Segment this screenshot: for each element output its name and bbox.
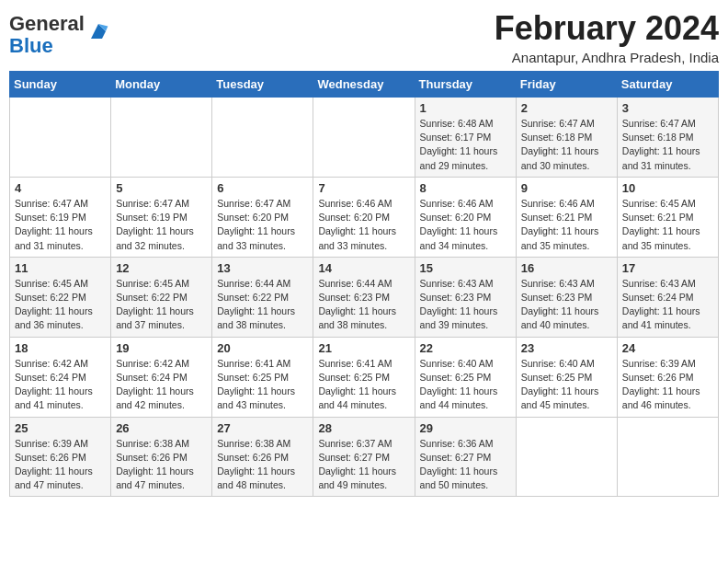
day-info: Sunrise: 6:42 AM Sunset: 6:24 PM Dayligh… [15, 357, 106, 413]
calendar-cell: 25Sunrise: 6:39 AM Sunset: 6:26 PM Dayli… [10, 417, 111, 497]
day-info: Sunrise: 6:39 AM Sunset: 6:26 PM Dayligh… [15, 437, 106, 493]
calendar-cell: 7Sunrise: 6:46 AM Sunset: 6:20 PM Daylig… [313, 177, 415, 257]
calendar-cell: 26Sunrise: 6:38 AM Sunset: 6:26 PM Dayli… [111, 417, 212, 497]
day-number: 6 [217, 181, 308, 195]
calendar-cell: 27Sunrise: 6:38 AM Sunset: 6:26 PM Dayli… [212, 417, 313, 497]
day-info: Sunrise: 6:45 AM Sunset: 6:22 PM Dayligh… [116, 277, 207, 333]
day-number: 1 [420, 101, 511, 115]
calendar-cell: 22Sunrise: 6:40 AM Sunset: 6:25 PM Dayli… [415, 337, 516, 417]
weekday-header-wednesday: Wednesday [313, 72, 415, 98]
calendar-cell [617, 417, 718, 497]
day-info: Sunrise: 6:38 AM Sunset: 6:26 PM Dayligh… [116, 437, 207, 493]
calendar-cell: 11Sunrise: 6:45 AM Sunset: 6:22 PM Dayli… [10, 257, 111, 337]
day-info: Sunrise: 6:47 AM Sunset: 6:18 PM Dayligh… [521, 117, 612, 173]
week-row-4: 18Sunrise: 6:42 AM Sunset: 6:24 PM Dayli… [10, 337, 719, 417]
day-number: 26 [116, 421, 207, 435]
calendar-cell: 4Sunrise: 6:47 AM Sunset: 6:19 PM Daylig… [10, 177, 111, 257]
calendar-cell: 2Sunrise: 6:47 AM Sunset: 6:18 PM Daylig… [516, 98, 617, 178]
day-info: Sunrise: 6:46 AM Sunset: 6:20 PM Dayligh… [420, 197, 511, 253]
calendar-cell: 19Sunrise: 6:42 AM Sunset: 6:24 PM Dayli… [111, 337, 212, 417]
day-info: Sunrise: 6:47 AM Sunset: 6:20 PM Dayligh… [217, 197, 308, 253]
location-title: Anantapur, Andhra Pradesh, India [495, 50, 719, 65]
calendar-cell: 17Sunrise: 6:43 AM Sunset: 6:24 PM Dayli… [617, 257, 718, 337]
day-number: 8 [420, 181, 511, 195]
logo: General Blue [9, 13, 109, 57]
month-title: February 2024 [495, 9, 719, 48]
calendar-cell: 5Sunrise: 6:47 AM Sunset: 6:19 PM Daylig… [111, 177, 212, 257]
calendar-cell [111, 98, 212, 178]
day-number: 12 [116, 261, 207, 275]
day-info: Sunrise: 6:47 AM Sunset: 6:19 PM Dayligh… [116, 197, 207, 253]
day-number: 11 [15, 261, 106, 275]
day-info: Sunrise: 6:46 AM Sunset: 6:20 PM Dayligh… [318, 197, 409, 253]
logo-blue: Blue [9, 34, 53, 57]
day-info: Sunrise: 6:40 AM Sunset: 6:25 PM Dayligh… [521, 357, 612, 413]
calendar-cell: 16Sunrise: 6:43 AM Sunset: 6:23 PM Dayli… [516, 257, 617, 337]
calendar-cell: 29Sunrise: 6:36 AM Sunset: 6:27 PM Dayli… [415, 417, 516, 497]
day-number: 20 [217, 341, 308, 355]
calendar-cell [10, 98, 111, 178]
day-info: Sunrise: 6:47 AM Sunset: 6:18 PM Dayligh… [622, 117, 713, 173]
calendar-cell: 13Sunrise: 6:44 AM Sunset: 6:22 PM Dayli… [212, 257, 313, 337]
weekday-header-tuesday: Tuesday [212, 72, 313, 98]
day-info: Sunrise: 6:37 AM Sunset: 6:27 PM Dayligh… [318, 437, 409, 493]
day-info: Sunrise: 6:47 AM Sunset: 6:19 PM Dayligh… [15, 197, 106, 253]
calendar-cell: 23Sunrise: 6:40 AM Sunset: 6:25 PM Dayli… [516, 337, 617, 417]
calendar-cell: 24Sunrise: 6:39 AM Sunset: 6:26 PM Dayli… [617, 337, 718, 417]
calendar-cell: 14Sunrise: 6:44 AM Sunset: 6:23 PM Dayli… [313, 257, 415, 337]
calendar-cell: 15Sunrise: 6:43 AM Sunset: 6:23 PM Dayli… [415, 257, 516, 337]
day-info: Sunrise: 6:45 AM Sunset: 6:21 PM Dayligh… [622, 197, 713, 253]
day-number: 3 [622, 101, 713, 115]
day-number: 5 [116, 181, 207, 195]
week-row-1: 1Sunrise: 6:48 AM Sunset: 6:17 PM Daylig… [10, 98, 719, 178]
day-number: 15 [420, 261, 511, 275]
day-info: Sunrise: 6:38 AM Sunset: 6:26 PM Dayligh… [217, 437, 308, 493]
weekday-header-monday: Monday [111, 72, 212, 98]
day-info: Sunrise: 6:42 AM Sunset: 6:24 PM Dayligh… [116, 357, 207, 413]
day-info: Sunrise: 6:48 AM Sunset: 6:17 PM Dayligh… [420, 117, 511, 173]
calendar-cell: 28Sunrise: 6:37 AM Sunset: 6:27 PM Dayli… [313, 417, 415, 497]
day-number: 28 [318, 421, 409, 435]
day-number: 9 [521, 181, 612, 195]
day-number: 10 [622, 181, 713, 195]
day-number: 16 [521, 261, 612, 275]
calendar-cell [516, 417, 617, 497]
day-info: Sunrise: 6:39 AM Sunset: 6:26 PM Dayligh… [622, 357, 713, 413]
week-row-5: 25Sunrise: 6:39 AM Sunset: 6:26 PM Dayli… [10, 417, 719, 497]
day-info: Sunrise: 6:40 AM Sunset: 6:25 PM Dayligh… [420, 357, 511, 413]
day-info: Sunrise: 6:45 AM Sunset: 6:22 PM Dayligh… [15, 277, 106, 333]
weekday-header-sunday: Sunday [10, 72, 111, 98]
day-number: 27 [217, 421, 308, 435]
day-info: Sunrise: 6:36 AM Sunset: 6:27 PM Dayligh… [420, 437, 511, 493]
calendar-cell: 18Sunrise: 6:42 AM Sunset: 6:24 PM Dayli… [10, 337, 111, 417]
calendar-table: SundayMondayTuesdayWednesdayThursdayFrid… [9, 71, 719, 497]
logo-icon [87, 20, 109, 42]
weekday-header-friday: Friday [516, 72, 617, 98]
day-number: 22 [420, 341, 511, 355]
calendar-cell: 3Sunrise: 6:47 AM Sunset: 6:18 PM Daylig… [617, 98, 718, 178]
day-number: 24 [622, 341, 713, 355]
day-info: Sunrise: 6:43 AM Sunset: 6:24 PM Dayligh… [622, 277, 713, 333]
calendar-cell: 8Sunrise: 6:46 AM Sunset: 6:20 PM Daylig… [415, 177, 516, 257]
calendar-cell: 12Sunrise: 6:45 AM Sunset: 6:22 PM Dayli… [111, 257, 212, 337]
weekday-header-row: SundayMondayTuesdayWednesdayThursdayFrid… [10, 72, 719, 98]
logo-general: General [9, 12, 85, 35]
weekday-header-saturday: Saturday [617, 72, 718, 98]
day-number: 21 [318, 341, 409, 355]
day-number: 7 [318, 181, 409, 195]
day-number: 25 [15, 421, 106, 435]
day-info: Sunrise: 6:46 AM Sunset: 6:21 PM Dayligh… [521, 197, 612, 253]
day-info: Sunrise: 6:44 AM Sunset: 6:22 PM Dayligh… [217, 277, 308, 333]
logo-text: General Blue [9, 13, 85, 57]
calendar-cell: 10Sunrise: 6:45 AM Sunset: 6:21 PM Dayli… [617, 177, 718, 257]
day-number: 13 [217, 261, 308, 275]
day-info: Sunrise: 6:43 AM Sunset: 6:23 PM Dayligh… [521, 277, 612, 333]
calendar-cell: 6Sunrise: 6:47 AM Sunset: 6:20 PM Daylig… [212, 177, 313, 257]
calendar-cell: 21Sunrise: 6:41 AM Sunset: 6:25 PM Dayli… [313, 337, 415, 417]
weekday-header-thursday: Thursday [415, 72, 516, 98]
calendar-cell [313, 98, 415, 178]
week-row-3: 11Sunrise: 6:45 AM Sunset: 6:22 PM Dayli… [10, 257, 719, 337]
week-row-2: 4Sunrise: 6:47 AM Sunset: 6:19 PM Daylig… [10, 177, 719, 257]
day-info: Sunrise: 6:41 AM Sunset: 6:25 PM Dayligh… [217, 357, 308, 413]
calendar-cell: 20Sunrise: 6:41 AM Sunset: 6:25 PM Dayli… [212, 337, 313, 417]
